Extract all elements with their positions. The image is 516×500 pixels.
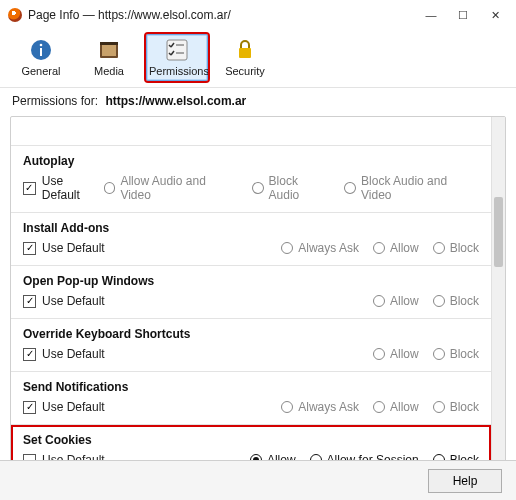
section-autoplay: Autoplay Use Default Allow Audio and Vid…	[11, 146, 491, 213]
section-open-popups: Open Pop-up Windows Use Default Allow Bl…	[11, 266, 491, 319]
help-button[interactable]: Help	[428, 469, 502, 493]
permissions-list: Use Default Autoplay Use Default Allow A…	[10, 116, 506, 484]
radio-icon	[433, 242, 445, 254]
minimize-button[interactable]: —	[424, 9, 438, 22]
opt-always-ask[interactable]: Always Ask	[281, 400, 359, 414]
window-title: Page Info — https://www.elsol.com.ar/	[28, 8, 424, 22]
radio-icon	[373, 242, 385, 254]
section-title: Open Pop-up Windows	[23, 274, 479, 288]
permissions-list-inner: Use Default Autoplay Use Default Allow A…	[11, 117, 491, 483]
titlebar: Page Info — https://www.elsol.com.ar/ — …	[0, 0, 516, 30]
radio-icon	[281, 242, 293, 254]
footer: Help	[0, 460, 516, 500]
radio-icon	[373, 295, 385, 307]
opt-block[interactable]: Block	[433, 400, 479, 414]
opt-block[interactable]: Block	[433, 241, 479, 255]
tab-general[interactable]: General	[10, 34, 72, 81]
opt-block-av[interactable]: Block Audio and Video	[344, 174, 479, 202]
checkbox-icon	[23, 182, 36, 195]
toolbar: General Media Permissions Security	[0, 30, 516, 87]
section-override-shortcuts: Override Keyboard Shortcuts Use Default …	[11, 319, 491, 372]
use-default-notifications[interactable]: Use Default	[23, 400, 105, 414]
radio-icon	[433, 401, 445, 413]
use-default-shortcuts[interactable]: Use Default	[23, 347, 105, 361]
info-icon	[28, 37, 54, 63]
scrollbar-thumb[interactable]	[494, 197, 503, 267]
radio-icon	[433, 348, 445, 360]
section-send-notifications: Send Notifications Use Default Always As…	[11, 372, 491, 425]
radio-icon	[433, 295, 445, 307]
use-default-label: Use Default	[42, 400, 105, 414]
section-title: Override Keyboard Shortcuts	[23, 327, 479, 341]
radio-icon	[281, 401, 293, 413]
close-button[interactable]: ✕	[488, 9, 502, 22]
maximize-button[interactable]: ☐	[456, 9, 470, 22]
svg-rect-6	[167, 40, 187, 60]
radio-icon	[104, 182, 116, 194]
media-icon	[96, 37, 122, 63]
firefox-icon	[8, 8, 22, 22]
use-default-addons[interactable]: Use Default	[23, 241, 105, 255]
use-default-label: Use Default	[42, 174, 104, 202]
scrollbar[interactable]	[491, 117, 505, 483]
permissions-icon	[164, 37, 190, 63]
section-title: Autoplay	[23, 154, 479, 168]
radio-icon	[252, 182, 264, 194]
tab-permissions-label: Permissions	[149, 65, 205, 77]
permissions-header: Permissions for: https://www.elsol.com.a…	[0, 87, 516, 116]
radio-icon	[373, 401, 385, 413]
checkbox-icon	[23, 401, 36, 414]
radio-icon	[344, 182, 356, 194]
lock-icon	[232, 37, 258, 63]
use-default-label: Use Default	[42, 294, 105, 308]
permissions-header-label: Permissions for:	[12, 94, 98, 108]
svg-rect-4	[102, 44, 116, 56]
checkbox-icon	[23, 242, 36, 255]
tab-permissions[interactable]: Permissions	[146, 34, 208, 81]
tab-general-label: General	[13, 65, 69, 77]
section-install-addons: Install Add-ons Use Default Always Ask A…	[11, 213, 491, 266]
opt-block[interactable]: Block	[433, 294, 479, 308]
opt-allow[interactable]: Allow	[373, 294, 419, 308]
section-title: Send Notifications	[23, 380, 479, 394]
opt-block-audio[interactable]: Block Audio	[252, 174, 331, 202]
use-default-label: Use Default	[42, 241, 105, 255]
window-controls: — ☐ ✕	[424, 9, 502, 22]
tab-security[interactable]: Security	[214, 34, 276, 81]
svg-point-2	[40, 44, 43, 47]
opt-always-ask[interactable]: Always Ask	[281, 241, 359, 255]
opt-block[interactable]: Block	[433, 347, 479, 361]
use-default-autoplay[interactable]: Use Default	[23, 174, 104, 202]
svg-rect-9	[239, 48, 251, 58]
opt-allow[interactable]: Allow	[373, 347, 419, 361]
opt-allow[interactable]: Allow	[373, 241, 419, 255]
section-title: Install Add-ons	[23, 221, 479, 235]
checkbox-icon	[23, 348, 36, 361]
section-title: Set Cookies	[23, 433, 479, 447]
tab-media[interactable]: Media	[78, 34, 140, 81]
svg-rect-1	[40, 48, 42, 56]
use-default-popups[interactable]: Use Default	[23, 294, 105, 308]
opt-allow-av[interactable]: Allow Audio and Video	[104, 174, 238, 202]
svg-rect-5	[100, 42, 118, 45]
checkbox-icon	[23, 295, 36, 308]
tab-security-label: Security	[217, 65, 273, 77]
tab-media-label: Media	[81, 65, 137, 77]
use-default-label: Use Default	[42, 347, 105, 361]
section-truncated-top: Use Default	[11, 117, 491, 146]
opt-allow[interactable]: Allow	[373, 400, 419, 414]
radio-icon	[373, 348, 385, 360]
permissions-header-url: https://www.elsol.com.ar	[105, 94, 246, 108]
